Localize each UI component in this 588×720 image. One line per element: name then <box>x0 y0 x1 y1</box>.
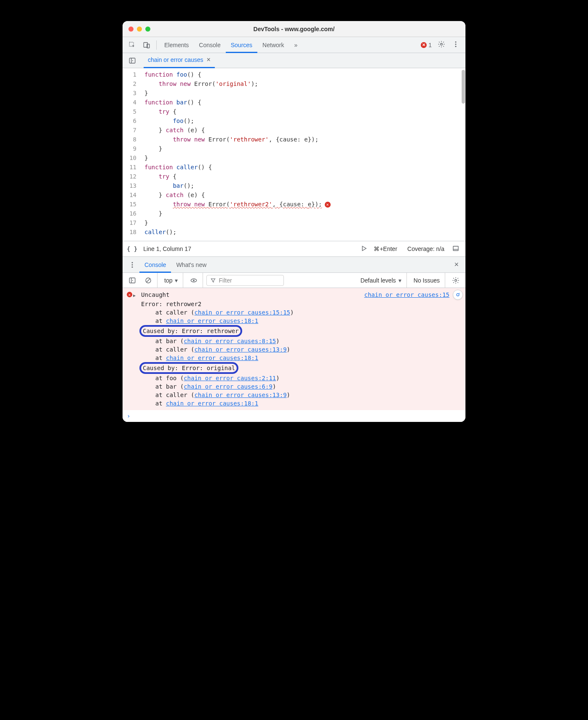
context-selector[interactable]: top ▾ <box>161 273 183 288</box>
console-line: Caused by: Error: rethrower <box>127 325 461 337</box>
caused-by-highlight: Caused by: Error: original <box>139 362 238 374</box>
stack-link[interactable]: chain or error causes:15:15 <box>194 309 290 316</box>
expand-icon[interactable]: ▶ <box>133 291 136 300</box>
scrollbar[interactable] <box>462 70 465 104</box>
code-content: try { <box>143 107 176 116</box>
tab-network[interactable]: Network <box>257 37 289 53</box>
console-output[interactable]: chain or error causes:15 ✕▶UncaughtError… <box>123 288 465 410</box>
live-expression-icon[interactable] <box>187 273 203 288</box>
filter-input[interactable]: Filter <box>206 275 284 286</box>
message-source-link[interactable]: chain or error causes:15 <box>364 291 449 299</box>
stack-link[interactable]: chain or error causes:18:1 <box>166 317 258 324</box>
file-tab-name: chain or error causes <box>148 56 203 63</box>
window-controls <box>128 27 150 32</box>
pretty-print-icon[interactable]: { } <box>127 245 137 252</box>
show-navigator-icon[interactable] <box>125 53 139 68</box>
svg-point-16 <box>455 279 457 281</box>
stack-link[interactable]: chain or error causes:18:1 <box>166 400 258 407</box>
inline-error-icon[interactable]: ✕ <box>325 202 331 208</box>
code-content: throw new Error('rethrower', {cause: e})… <box>143 135 318 144</box>
line-number: 10 <box>123 153 143 163</box>
console-line: at chain or error causes:18:1 <box>127 399 461 408</box>
code-line[interactable]: 12 try { <box>123 172 465 181</box>
stack-link[interactable]: chain or error causes:13:9 <box>194 392 286 398</box>
device-icon[interactable] <box>139 37 154 53</box>
stack-link[interactable]: chain or error causes:6:9 <box>184 383 273 390</box>
tab-sources[interactable]: Sources <box>226 37 257 53</box>
clear-console-icon[interactable] <box>141 273 158 288</box>
error-badge[interactable]: ✕ 1 <box>418 42 434 48</box>
close-drawer-icon[interactable]: × <box>450 260 463 269</box>
svg-point-18 <box>459 293 460 294</box>
code-content: caller(); <box>143 227 176 237</box>
code-line[interactable]: 14 } catch (e) { <box>123 190 465 200</box>
code-editor[interactable]: 1function foo() {2 throw new Error('orig… <box>123 68 465 241</box>
code-content: try { <box>143 172 176 181</box>
stack-link[interactable]: chain or error causes:18:1 <box>166 355 258 361</box>
drawer-tab-whatsnew[interactable]: What's new <box>171 257 211 273</box>
console-line: Error: rethrower2 <box>127 300 461 308</box>
file-tabs: chain or error causes × <box>123 53 465 68</box>
code-line[interactable]: 3} <box>123 88 465 98</box>
console-sidebar-icon[interactable] <box>125 273 139 288</box>
code-line[interactable]: 1function foo() { <box>123 70 465 79</box>
console-settings-icon[interactable] <box>449 273 463 288</box>
code-line[interactable]: 6 foo(); <box>123 116 465 125</box>
code-line[interactable]: 13 bar(); <box>123 181 465 190</box>
stack-link[interactable]: chain or error causes:8:15 <box>184 338 276 344</box>
close-button[interactable] <box>128 27 134 32</box>
code-line[interactable]: 10} <box>123 153 465 163</box>
devtools-window: DevTools - www.google.com/ Elements Cons… <box>123 21 465 422</box>
tab-console[interactable]: Console <box>194 37 225 53</box>
line-number: 1 <box>123 70 143 79</box>
console-toolbar: top ▾ Filter Default levels ▾ No Issues <box>123 273 465 288</box>
ai-assist-icon[interactable] <box>453 290 463 300</box>
window-title: DevTools - www.google.com/ <box>128 26 460 32</box>
main-toolbar: Elements Console Sources Network » ✕ 1 <box>123 37 465 53</box>
editor-statusbar: { } Line 1, Column 17 ⌘+Enter Coverage: … <box>123 241 465 257</box>
console-prompt[interactable]: › <box>123 410 465 422</box>
tab-elements[interactable]: Elements <box>159 37 194 53</box>
line-number: 17 <box>123 218 143 227</box>
coverage-info: Coverage: n/a <box>407 245 444 252</box>
code-line[interactable]: 15 throw new Error('rethrower2', {cause:… <box>123 200 465 209</box>
code-line[interactable]: 5 try { <box>123 107 465 116</box>
inspect-icon[interactable] <box>125 37 139 53</box>
drawer-tab-console[interactable]: Console <box>139 257 171 273</box>
code-line[interactable]: 7 } catch (e) { <box>123 125 465 135</box>
settings-icon[interactable] <box>434 40 449 49</box>
error-count: 1 <box>428 42 432 48</box>
line-number: 6 <box>123 116 143 125</box>
maximize-button[interactable] <box>145 27 150 32</box>
tab-overflow[interactable]: » <box>289 37 302 53</box>
svg-rect-8 <box>453 246 458 251</box>
code-line[interactable]: 8 throw new Error('rethrower', {cause: e… <box>123 135 465 144</box>
run-hint: ⌘+Enter <box>374 245 397 252</box>
console-line: at foo (chain or error causes:2:11) <box>127 374 461 382</box>
console-line: at caller (chain or error causes:15:15) <box>127 308 461 317</box>
code-line[interactable]: 11function caller() { <box>123 163 465 172</box>
code-line[interactable]: 9 } <box>123 144 465 153</box>
svg-point-10 <box>132 264 133 265</box>
line-number: 9 <box>123 144 143 153</box>
toggle-drawer-icon[interactable] <box>450 245 461 253</box>
log-levels[interactable]: Default levels ▾ <box>357 273 407 288</box>
code-content: } <box>143 218 148 227</box>
code-line[interactable]: 16 } <box>123 209 465 218</box>
code-line[interactable]: 18caller(); <box>123 227 465 237</box>
stack-link[interactable]: chain or error causes:13:9 <box>194 346 286 353</box>
code-line[interactable]: 2 throw new Error('original'); <box>123 79 465 88</box>
run-icon[interactable] <box>360 245 368 253</box>
code-content: bar(); <box>143 181 194 190</box>
file-tab-active[interactable]: chain or error causes × <box>144 53 215 68</box>
stack-link[interactable]: chain or error causes:2:11 <box>184 375 276 381</box>
drawer-kebab-icon[interactable] <box>125 257 139 272</box>
line-number: 5 <box>123 107 143 116</box>
issues-button[interactable]: No Issues <box>410 273 445 288</box>
code-content: throw new Error('rethrower2', {cause: e}… <box>143 200 331 209</box>
minimize-button[interactable] <box>137 27 142 32</box>
kebab-icon[interactable] <box>449 40 463 49</box>
code-line[interactable]: 4function bar() { <box>123 98 465 107</box>
code-line[interactable]: 17} <box>123 218 465 227</box>
close-tab-icon[interactable]: × <box>207 56 211 64</box>
